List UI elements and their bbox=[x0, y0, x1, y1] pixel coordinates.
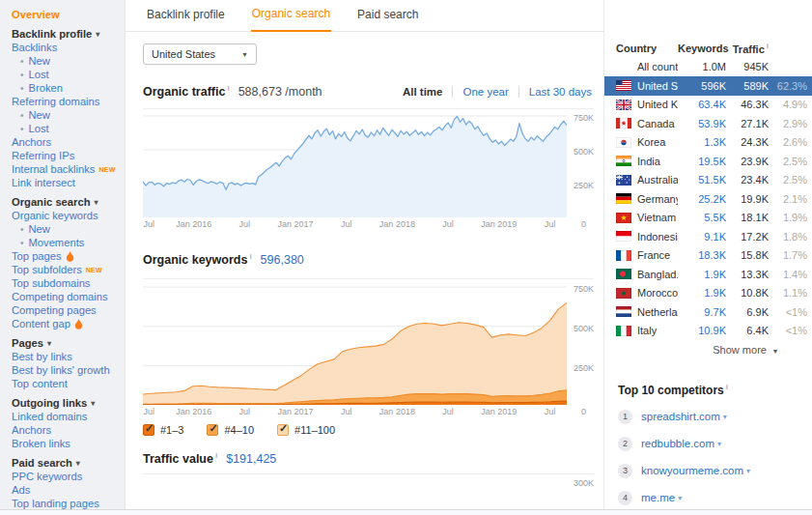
sidebar-item-label: Top subfolders bbox=[12, 264, 82, 275]
country-row-germany[interactable]: Germany25.2K19.9K2.1% bbox=[604, 189, 812, 209]
traffic-share: 2.9% bbox=[769, 118, 807, 129]
sidebar-item-broken-links[interactable]: Broken links bbox=[12, 437, 121, 450]
checkbox-1-3[interactable]: ✓ bbox=[143, 424, 154, 436]
report-content: United States ▼ Organic traffici 588,673… bbox=[126, 32, 603, 493]
chevron-down-icon[interactable]: ▾ bbox=[746, 467, 750, 475]
sidebar-item-competing-domains[interactable]: Competing domains bbox=[12, 290, 121, 303]
traffic-value: 15.8K bbox=[726, 249, 769, 261]
keywords-value: 18.3K bbox=[678, 249, 726, 261]
range-last-30-days[interactable]: Last 30 days bbox=[518, 86, 594, 98]
range-one-year[interactable]: One year bbox=[452, 86, 518, 98]
sidebar-item-label: Content gap bbox=[12, 318, 70, 329]
traffic-value: 46.3K bbox=[726, 99, 769, 110]
sidebar-heading-outgoing-links: Outgoing links▾ bbox=[12, 396, 121, 410]
keywords-value: 1.3K bbox=[678, 136, 726, 148]
legend-item-11-100[interactable]: ✓#11–100 bbox=[277, 424, 335, 436]
country-filter-dropdown[interactable]: United States ▼ bbox=[143, 43, 257, 65]
sidebar-item-referring-ips[interactable]: Referring IPs bbox=[12, 149, 121, 162]
sidebar-item-new[interactable]: •New bbox=[12, 108, 121, 122]
y-axis-tick: 500K bbox=[569, 324, 594, 333]
x-axis-tick: Jul bbox=[442, 219, 454, 229]
competitor-domain-link[interactable]: me.me bbox=[641, 492, 675, 503]
sidebar-item-top-landing-pages[interactable]: Top landing pages bbox=[12, 497, 121, 509]
competitor-domain-link[interactable]: spreadshirt.com bbox=[641, 411, 720, 422]
sidebar-item-linked-domains[interactable]: Linked domains bbox=[12, 410, 121, 423]
chevron-down-icon: ▾ bbox=[76, 459, 80, 468]
country-label: Italy bbox=[637, 325, 657, 336]
sidebar-item-new[interactable]: •New bbox=[12, 54, 121, 68]
sidebar-item-overview[interactable]: Overview bbox=[12, 8, 121, 21]
chevron-down-icon: ▼ bbox=[241, 51, 248, 58]
legend-item-1-3[interactable]: ✓#1–3 bbox=[143, 424, 183, 436]
country-row-morocco[interactable]: Morocco1.9K10.8K1.1% bbox=[604, 284, 812, 303]
checkbox-4-10[interactable]: ✓ bbox=[207, 424, 218, 436]
chevron-down-icon[interactable]: ▾ bbox=[723, 413, 727, 421]
range-all-time[interactable]: All time bbox=[393, 86, 453, 98]
sidebar-item-top-content[interactable]: Top content bbox=[12, 377, 121, 390]
country-row-banglad[interactable]: Banglad...1.9K13.3K1.4% bbox=[604, 265, 812, 284]
x-axis-tick: Jan 2018 bbox=[379, 407, 415, 416]
country-row-italy[interactable]: Italy10.9K6.4K<1% bbox=[604, 322, 812, 341]
check-icon: ✓ bbox=[209, 422, 217, 435]
sidebar-item-broken[interactable]: •Broken bbox=[12, 81, 121, 95]
keywords-value: 5.5K bbox=[678, 212, 726, 223]
x-axis-tick: Jan 2017 bbox=[278, 219, 314, 229]
country-row-canada[interactable]: Canada53.9K27.1K2.9% bbox=[604, 114, 812, 133]
sidebar-item-link-intersect[interactable]: Link intersect bbox=[12, 176, 121, 189]
sidebar-item-best-by-links[interactable]: Best by links bbox=[12, 350, 121, 363]
sidebar-item-anchors[interactable]: Anchors bbox=[12, 423, 121, 437]
sidebar-item-organic-keywords[interactable]: Organic keywords bbox=[12, 209, 121, 222]
traffic-value: 6.4K bbox=[726, 325, 769, 336]
checkbox-11-100[interactable]: ✓ bbox=[277, 424, 289, 436]
country-row-united-s[interactable]: United S...596K589K62.3% bbox=[604, 76, 812, 96]
country-label: Vietnam bbox=[637, 212, 676, 223]
country-row-france[interactable]: France18.3K15.8K1.7% bbox=[604, 246, 812, 266]
sidebar-item-top-subfolders[interactable]: Top subfoldersNEW bbox=[12, 263, 121, 276]
country-label: United S... bbox=[637, 80, 678, 92]
tab-backlink-profile[interactable]: Backlink profile bbox=[146, 8, 226, 31]
sidebar-item-backlinks[interactable]: Backlinks bbox=[12, 41, 121, 54]
sidebar-heading-pages: Pages▾ bbox=[12, 336, 121, 350]
country-row-korea[interactable]: Korea1.3K24.3K2.6% bbox=[604, 133, 812, 153]
sidebar-item-new[interactable]: •New bbox=[12, 222, 121, 236]
sidebar-item-lost[interactable]: •Lost bbox=[12, 122, 121, 135]
chevron-down-icon[interactable]: ▾ bbox=[678, 494, 682, 502]
col-header-keywords: Keywords bbox=[678, 43, 726, 54]
country-row-vietnam[interactable]: Vietnam5.5K18.1K1.9% bbox=[604, 209, 812, 228]
traffic-share: 2.6% bbox=[769, 136, 807, 148]
competitor-domain-link[interactable]: redbubble.com bbox=[641, 438, 714, 449]
sidebar-item-top-pages[interactable]: Top pages bbox=[12, 249, 121, 263]
sidebar-item-ads[interactable]: Ads bbox=[12, 483, 121, 497]
organic-keywords-value[interactable]: 596,380 bbox=[261, 253, 304, 267]
sidebar-item-competing-pages[interactable]: Competing pages bbox=[12, 303, 121, 317]
sidebar-nav: OverviewBacklink profile▾Backlinks•New•L… bbox=[0, 0, 126, 509]
sidebar-item-label: Anchors bbox=[12, 424, 51, 436]
legend-item-4-10[interactable]: ✓#4–10 bbox=[207, 424, 254, 436]
country-row-all-count[interactable]: All count...1.0M945K bbox=[604, 58, 812, 77]
traffic-value: 23.4K bbox=[726, 174, 769, 186]
traffic-value: 10.8K bbox=[726, 287, 769, 299]
sidebar-item-top-subdomains[interactable]: Top subdomains bbox=[12, 276, 121, 290]
competitor-domain-link[interactable]: knowyourmeme.com bbox=[641, 465, 743, 476]
sidebar-item-referring-domains[interactable]: Referring domains bbox=[12, 95, 121, 108]
sidebar-item-anchors[interactable]: Anchors bbox=[12, 135, 121, 149]
sidebar-item-lost[interactable]: •Lost bbox=[12, 68, 121, 81]
chevron-down-icon[interactable]: ▾ bbox=[717, 440, 721, 448]
country-row-australia[interactable]: Australia51.5K23.4K2.5% bbox=[604, 171, 812, 190]
x-axis-tick: Jan 2016 bbox=[176, 407, 211, 416]
country-row-united-k[interactable]: United K...63.4K46.3K4.9% bbox=[604, 96, 812, 115]
sidebar-item-movements[interactable]: •Movements bbox=[12, 236, 121, 249]
tab-organic-search[interactable]: Organic search bbox=[251, 7, 331, 32]
sidebar-item-ppc-keywords[interactable]: PPC keywords bbox=[12, 470, 121, 483]
sidebar-item-best-by-links-growth[interactable]: Best by links' growth bbox=[12, 363, 121, 377]
country-row-india[interactable]: India19.5K23.9K2.5% bbox=[604, 152, 812, 171]
traffic-value-amount[interactable]: $191,425 bbox=[226, 452, 276, 466]
show-more-button[interactable]: Show more ▾ bbox=[604, 344, 812, 356]
country-row-netherla[interactable]: Netherla...9.7K6.9K<1% bbox=[604, 302, 812, 322]
country-row-indonesia[interactable]: Indonesia9.1K17.2K1.8% bbox=[604, 227, 812, 246]
countries-table-header: CountryKeywordsTraffici bbox=[604, 39, 812, 58]
tab-paid-search[interactable]: Paid search bbox=[356, 8, 419, 31]
nl-flag-icon bbox=[616, 306, 631, 317]
sidebar-item-content-gap[interactable]: Content gap bbox=[12, 317, 121, 330]
sidebar-item-internal-backlinks[interactable]: Internal backlinksNEW bbox=[12, 162, 121, 176]
